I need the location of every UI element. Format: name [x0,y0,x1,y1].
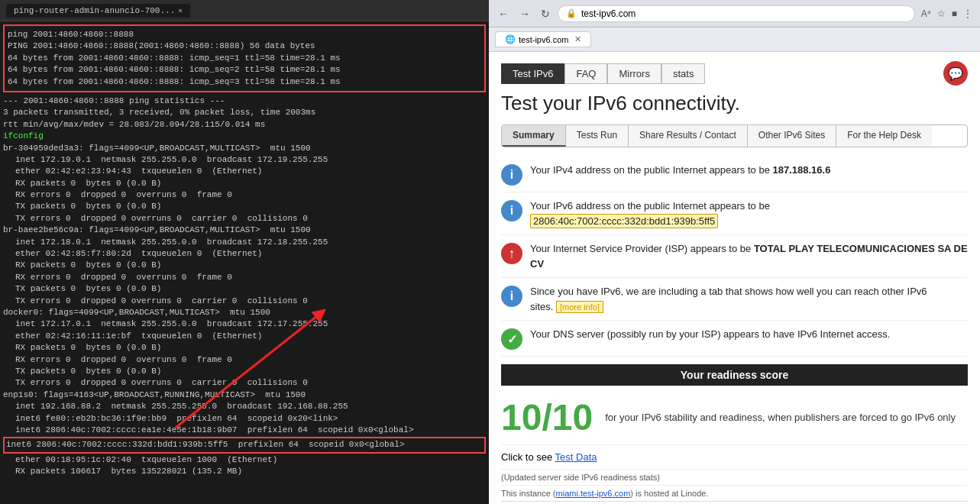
iface-line-7: br-baee2be56c9a: flags=4099<UP,BROADCAST… [3,225,486,236]
back-button[interactable]: ← [495,6,512,21]
browser-content: Test IPv6 FAQ Mirrors stats 💬 Test your … [489,52,980,504]
iface-line-9: ether 02:42:85:f7:80:2d txqueuelen 0 (Et… [3,248,486,260]
stats-line-2: rtt min/avg/max/mdev = 28.083/28.094/28.… [3,119,486,131]
extensions-icon[interactable]: ■ [950,7,959,21]
ping-line-3: 64 bytes from 2001:4860:4860::8888: icmp… [8,64,481,76]
tab-tests-run[interactable]: Tests Run [566,125,629,147]
readiness-score: 10/10 [501,396,593,438]
terminal-top-bar: ping-router-admin-anuncio-700... ✕ [0,0,489,21]
info-icon-isp: ↑ [501,243,522,264]
test-data-row: Click to see Test Data [501,444,968,469]
forward-button[interactable]: → [516,6,533,21]
iface-line-22: inet 192.168.88.2 netmask 255.255.255.0 … [3,401,486,412]
stats-button[interactable]: stats [661,63,705,84]
info-text-isp: Your Internet Service Provider (ISP) app… [530,241,968,271]
stats-line-0: --- 2001:4860:4860::8888 ping statistics… [3,95,486,107]
bookmark-icon[interactable]: ☆ [936,7,947,21]
page-title: Test your IPv6 connectivity. [501,92,968,115]
close-icon[interactable]: ✕ [178,6,183,15]
ping-line-4: 64 bytes from 2001:4860:4860::8888: icmp… [8,76,481,88]
readiness-description: for your IPv6 stability and readiness, w… [605,412,956,423]
terminal-tab-label: ping-router-admin-anuncio-700... [14,6,175,15]
translate-icon[interactable]: Aᵃ [920,7,933,21]
iface-line-18: RX errors 0 dropped 0 overruns 0 frame 0 [3,354,486,366]
tab-share-results[interactable]: Share Results / Contact [629,125,748,147]
browser-toolbar: Aᵃ ☆ ■ ⋮ [920,7,974,21]
browser-panel: ← → ↻ 🔒 test-ipv6.com Aᵃ ☆ ■ ⋮ 🌐 test-ip… [489,0,980,504]
nav-mirrors[interactable]: Mirrors [607,63,661,84]
info-row-ipv4: i Your IPv4 address on the public Intern… [501,157,968,192]
iface-inet6-highlight: inet6 2806:40c:7002:cccc:332d:bdd1:939b:… [3,437,486,453]
iface-line-21: enp1s0: flags=4163<UP,BROADCAST,RUNNING,… [3,389,486,401]
iface-line-16: ether 02:42:16:11:1e:bf txqueuelen 0 (Et… [3,331,486,342]
tab-help-desk[interactable]: For the Help Desk [836,125,932,147]
iface-line-6: TX errors 0 dropped 0 overruns 0 carrier… [3,213,486,225]
iface-line-3: RX packets 0 bytes 0 (0.0 B) [3,178,486,189]
iface-line-13: TX errors 0 dropped 0 overruns 0 carrier… [3,296,486,307]
more-info-link[interactable]: [more info] [556,301,603,313]
iface-line-1: inet 172.19.0.1 netmask 255.255.0.0 broa… [3,154,486,166]
prompt-line: ifconfig [3,131,486,142]
info-text-dns: Your DNS server (possibly run by your IS… [530,327,890,342]
browser-chrome: ← → ↻ 🔒 test-ipv6.com Aᵃ ☆ ■ ⋮ [489,0,980,27]
browser-tab-active[interactable]: 🌐 test-ipv6.com ✕ [495,31,591,47]
terminal-panel: ping-router-admin-anuncio-700... ✕ ping … [0,0,489,504]
iface-line-0: br-304959ded3a3: flags=4099<UP,BROADCAST… [3,143,486,154]
iface-line-25: ether 00:18:95:1c:02:40 txqueuelen 1000 … [3,454,486,466]
tab-favicon: 🌐 [505,34,516,44]
site-nav: Test IPv6 FAQ Mirrors stats [501,63,705,84]
lock-icon: 🔒 [566,8,577,18]
tab-summary[interactable]: Summary [502,125,566,147]
iface-line-4: RX errors 0 dropped 0 overruns 0 frame 0 [3,189,486,201]
address-text: test-ipv6.com [581,8,636,19]
stats-line-1: 3 packets transmitted, 3 received, 0% pa… [3,107,486,118]
tab-close-icon[interactable]: ✕ [574,34,581,44]
iface-line-19: TX packets 0 bytes 0 (0.0 B) [3,366,486,377]
site-header: Test IPv6 FAQ Mirrors stats 💬 [501,61,968,86]
iface-line-17: RX packets 0 bytes 0 (0.0 B) [3,342,486,354]
nav-faq[interactable]: FAQ [564,63,607,84]
ipv6-address-highlight: 2806:40c:7002:cccc:332d:bdd1:939b:5ff5 [530,214,718,228]
iface-line-26: RX packets 106617 bytes 135228021 (135.2… [3,466,486,477]
iface-line-24: inet6 2806:40c:7002:cccc:ea1e:4e5e:1b18:… [3,425,486,436]
iface-line-2: ether 02:42:e2:23:94:43 txqueuelen 0 (Et… [3,166,486,177]
readiness-content: 10/10 for your IPv6 stability and readin… [501,390,968,444]
menu-icon[interactable]: ⋮ [962,7,974,21]
info-text-ipv6: Your IPv6 address on the public Internet… [530,199,770,228]
info-text-ipv4: Your IPv4 address on the public Internet… [530,163,830,178]
info-icon-dns: ✓ [501,328,522,350]
info-row-isp: ↑ Your Internet Service Provider (ISP) a… [501,235,968,278]
browser-tab-bar: 🌐 test-ipv6.com ✕ [489,27,980,52]
ping-box: ping 2001:4860:4860::8888 PING 2001:4860… [3,24,486,92]
hosted-text: This instance (miami.test-ipv6.com) is h… [501,485,968,501]
iface-line-5: TX packets 0 bytes 0 (0.0 B) [3,201,486,212]
test-data-prefix: Click to see [501,451,555,463]
iface-line-20: TX errors 0 dropped 0 overruns 0 carrier… [3,377,486,389]
iface-line-15: inet 172.17.0.1 netmask 255.255.0.0 broa… [3,318,486,330]
readiness-title: Your readiness score [501,364,968,386]
tab-other-ipv6[interactable]: Other IPv6 Sites [748,125,836,147]
iface-line-14: docker0: flags=4099<UP,BROADCAST,MULTICA… [3,307,486,318]
iface-line-8: inet 172.18.0.1 netmask 255.255.0.0 broa… [3,237,486,248]
info-icon-ipv4: i [501,164,522,186]
refresh-button[interactable]: ↻ [538,6,553,21]
info-row-ipv6: i Your IPv6 address on the public Intern… [501,192,968,235]
nav-test-ipv6[interactable]: Test IPv6 [501,63,564,84]
terminal-tab[interactable]: ping-router-admin-anuncio-700... ✕ [6,4,190,18]
info-icon-ipv6-tab: i [501,286,522,307]
miami-link[interactable]: miami.test-ipv6.com [556,489,631,498]
ping-line-2: 64 bytes from 2001:4860:4860::8888: icmp… [8,53,481,64]
info-text-ipv6-tab: Since you have IPv6, we are including a … [530,284,968,314]
chat-icon[interactable]: 💬 [943,61,968,86]
footer-area: Copyright (C) 2010, 2024 Jason Fesler. A… [501,501,968,504]
address-bar[interactable]: 🔒 test-ipv6.com [558,5,915,22]
iface-line-10: RX packets 0 bytes 0 (0.0 B) [3,260,486,271]
test-data-link[interactable]: Test Data [555,451,597,463]
ping-line-1: PING 2001:4860:4860::8888(2001:4860:4860… [8,40,481,52]
iface-line-11: RX errors 0 dropped 0 overruns 0 frame 0 [3,272,486,283]
terminal-content: ping 2001:4860:4860::8888 PING 2001:4860… [0,21,489,504]
info-row-dns: ✓ Your DNS server (possibly run by your … [501,321,968,357]
updated-text: (Updated server side IPv6 readiness stat… [501,469,968,485]
info-row-ipv6-tab: i Since you have IPv6, we are including … [501,278,968,321]
ping-line-0: ping 2001:4860:4860::8888 [8,29,481,40]
